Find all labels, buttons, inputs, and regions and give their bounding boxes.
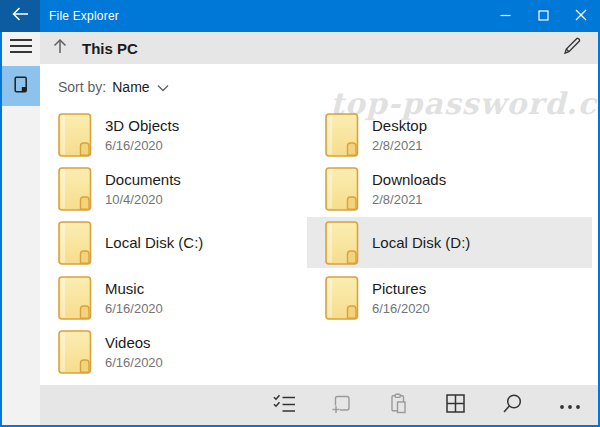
this-pc-device-icon (13, 75, 29, 98)
hamburger-menu-icon (10, 38, 32, 58)
grid-view-icon (446, 394, 465, 417)
item-name: 3D Objects (105, 116, 179, 135)
file-item-desktop[interactable]: Desktop2/8/2021 (307, 109, 592, 160)
folder-icon (325, 167, 359, 211)
folder-icon (58, 221, 92, 265)
item-name: Videos (105, 333, 163, 352)
sort-by-label: Sort by: (58, 79, 106, 95)
new-folder-icon (331, 393, 352, 418)
item-name: Downloads (372, 170, 446, 189)
grid-view-button[interactable] (427, 385, 484, 425)
arrow-up-icon (51, 37, 69, 59)
commandbar (40, 385, 598, 425)
file-item-pictures[interactable]: Pictures6/16/2020 (307, 272, 592, 323)
hamburger-button[interactable] (2, 32, 40, 64)
app-title: File Explorer (49, 9, 119, 23)
location-title: This PC (82, 40, 138, 57)
minimize-button[interactable] (486, 0, 524, 32)
maximize-button[interactable] (524, 0, 562, 32)
folder-icon (325, 221, 359, 265)
minimize-icon (500, 7, 511, 25)
file-item-documents[interactable]: Documents10/4/2020 (40, 163, 325, 214)
file-item-3d-objects[interactable]: 3D Objects6/16/2020 (40, 109, 325, 160)
titlebar: File Explorer (0, 0, 600, 32)
item-name: Local Disk (C:) (105, 233, 203, 252)
folder-icon (325, 276, 359, 320)
file-item-local-disk-c[interactable]: Local Disk (C:) (40, 217, 325, 268)
chevron-down-icon (157, 79, 169, 95)
item-name: Pictures (372, 279, 430, 298)
folder-icon (58, 167, 92, 211)
item-name: Documents (105, 170, 181, 189)
back-button[interactable] (0, 0, 40, 32)
file-item-downloads[interactable]: Downloads2/8/2021 (307, 163, 592, 214)
paste-button[interactable] (370, 385, 427, 425)
multiselect-button[interactable] (256, 385, 313, 425)
file-list-area: Sort by: Name 3D Objects6/16/2020 Deskto… (40, 64, 598, 385)
item-date: 2/8/2021 (372, 192, 446, 208)
ellipsis-icon (559, 396, 581, 414)
item-date: 6/16/2020 (372, 301, 430, 317)
sort-by-control[interactable]: Sort by: Name (58, 79, 169, 95)
item-date: 2/8/2021 (372, 138, 427, 154)
search-icon (502, 393, 523, 418)
close-button[interactable] (562, 0, 600, 32)
sidebar (2, 32, 40, 425)
back-arrow-icon (11, 6, 29, 26)
file-item-videos[interactable]: Videos6/16/2020 (40, 326, 325, 377)
folder-icon (58, 330, 92, 374)
item-date: 6/16/2020 (105, 355, 163, 371)
sort-by-value: Name (112, 79, 149, 95)
folder-icon (325, 113, 359, 157)
up-button[interactable] (47, 32, 73, 64)
file-item-music[interactable]: Music6/16/2020 (40, 272, 325, 323)
file-explorer-window: File Explorer (0, 0, 600, 427)
file-item-local-disk-d[interactable]: Local Disk (D:) (307, 217, 592, 268)
maximize-icon (538, 7, 549, 25)
item-name: Music (105, 279, 163, 298)
multiselect-icon (273, 394, 296, 417)
sidebar-item-this-pc[interactable] (2, 66, 40, 106)
window-controls (486, 0, 600, 32)
folder-icon (58, 113, 92, 157)
folder-icon (58, 276, 92, 320)
navigation-toolbar: This PC (40, 32, 598, 64)
more-button[interactable] (541, 385, 598, 425)
item-date: 10/4/2020 (105, 192, 181, 208)
search-button[interactable] (484, 385, 541, 425)
close-icon (575, 7, 587, 25)
item-date: 6/16/2020 (105, 301, 163, 317)
item-name: Local Disk (D:) (372, 233, 470, 252)
rename-button[interactable] (560, 32, 584, 64)
window-border-left (0, 32, 2, 427)
item-name: Desktop (372, 116, 427, 135)
item-date: 6/16/2020 (105, 138, 179, 154)
pencil-icon (562, 36, 582, 60)
paste-icon (389, 393, 408, 418)
new-folder-button[interactable] (313, 385, 370, 425)
